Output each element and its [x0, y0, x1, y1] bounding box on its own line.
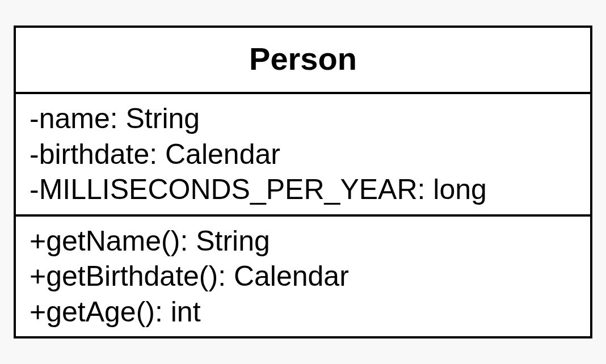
method-line: +getName(): String — [30, 223, 576, 259]
uml-class-box: Person -name: String -birthdate: Calenda… — [14, 26, 592, 338]
method-line: +getBirthdate(): Calendar — [30, 259, 576, 294]
attribute-line: -name: String — [30, 101, 576, 137]
method-line: +getAge(): int — [30, 294, 576, 330]
attribute-line: -birthdate: Calendar — [30, 137, 576, 172]
attribute-line: -MILLISECONDS_PER_YEAR: long — [30, 172, 576, 208]
class-name-section: Person — [16, 28, 590, 92]
methods-section: +getName(): String +getBirthdate(): Cale… — [16, 214, 590, 337]
attributes-section: -name: String -birthdate: Calendar -MILL… — [16, 92, 590, 214]
class-name: Person — [30, 35, 576, 85]
